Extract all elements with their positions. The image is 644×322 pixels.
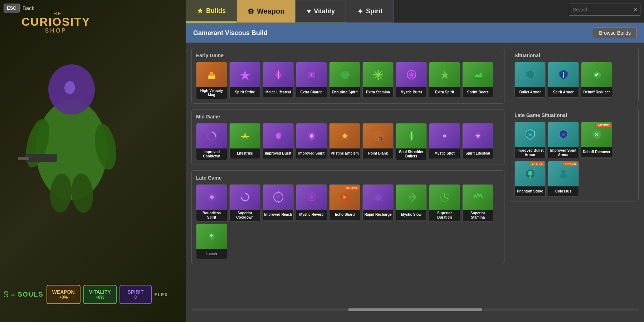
item-icon (330, 123, 360, 148)
item-card[interactable]: Leech (196, 224, 227, 259)
souls-display: $ ∞ SOULS (4, 289, 44, 299)
item-label: Debuff Remover (581, 147, 612, 157)
main-panel: ★ Builds ⚙ Weapon ♥ Vitality ✦ Spirit ✕ … (186, 0, 644, 322)
item-icon (363, 62, 393, 87)
item-card[interactable]: Superior Duration (429, 184, 460, 221)
late-situational-section: Late Game Situational Improved Bullet Ar… (510, 108, 639, 201)
item-icon (581, 62, 612, 87)
svg-rect-6 (18, 157, 29, 160)
item-card[interactable]: Improved Cooldown (196, 123, 227, 160)
item-label: Extra Spirit (429, 87, 460, 97)
item-label: Echo Shard (330, 210, 360, 220)
item-card[interactable]: Improved Spirit (296, 123, 327, 160)
item-card[interactable]: Pristine Emblem (329, 123, 360, 160)
svg-rect-55 (560, 175, 562, 177)
item-icon (515, 62, 545, 87)
item-card[interactable]: Spirit Strike (229, 62, 260, 99)
active-badge: ACTIVE (345, 186, 359, 190)
item-card[interactable]: ACTIVEDebuff Remover (581, 122, 612, 159)
item-card[interactable]: ACTIVEPhantom Strike (514, 161, 546, 197)
item-label: Colossus (548, 186, 579, 196)
late-situational-title: Late Game Situational (514, 112, 634, 118)
builds-icon: ★ (197, 6, 203, 15)
svg-point-24 (310, 134, 313, 138)
infinity-icon: ∞ (10, 291, 15, 299)
item-card[interactable]: Rapid Recharge (362, 184, 394, 221)
item-icon (196, 123, 227, 148)
item-icon: ACTIVE (581, 122, 612, 147)
tab-weapon[interactable]: ⚙ Weapon (237, 0, 296, 23)
item-icon: 🔍 (363, 123, 393, 148)
svg-point-53 (561, 170, 566, 174)
item-icon: ACTIVE (330, 185, 360, 210)
item-card[interactable]: Mystic Shot (429, 123, 460, 160)
item-card[interactable]: Improved Reach (263, 184, 294, 221)
item-card[interactable]: 🔍Point Blank (362, 123, 394, 160)
item-icon (429, 62, 460, 87)
item-icon: ACTIVE (515, 161, 545, 186)
item-card[interactable]: Extra Spirit (429, 62, 460, 99)
item-card[interactable]: Soul Shredder Bullets (396, 123, 427, 160)
spirit-stat-button[interactable]: SPIRIT 0 (119, 285, 152, 304)
item-card[interactable]: Spirit Armor (548, 62, 579, 98)
spirit-tab-label: Spirit (366, 8, 382, 15)
item-card[interactable]: Superior Cooldown (229, 184, 260, 221)
item-card[interactable]: Improved Burst (263, 123, 294, 160)
character-area (7, 43, 179, 222)
tab-vitality[interactable]: ♥ Vitality (296, 0, 346, 23)
item-label: Enduring Spirit (330, 87, 360, 97)
item-icon (230, 185, 260, 210)
early-game-title: Early Game (196, 53, 500, 58)
svg-point-29 (377, 135, 379, 137)
build-body: Early Game High-Velocity MagSpirit Strik… (186, 43, 644, 308)
vitality-stat-button[interactable]: VITALITY +0% (83, 285, 117, 304)
tab-builds[interactable]: ★ Builds (186, 0, 237, 23)
item-card[interactable]: Extra Stamina (362, 62, 394, 99)
item-card[interactable]: Mystic Reverb (296, 184, 327, 221)
item-label: Pristine Emblem (330, 148, 360, 158)
item-card[interactable]: Improved Spirit Armor (548, 122, 579, 159)
item-icon (330, 62, 360, 87)
item-icon (463, 123, 493, 148)
close-icon[interactable]: ✕ (633, 7, 638, 13)
item-label: Improved Reach (263, 210, 293, 220)
item-card[interactable]: Lifestrike (229, 123, 260, 160)
esc-button[interactable]: ESC (4, 4, 20, 13)
item-card[interactable]: Mystic Slow (396, 184, 427, 221)
svg-point-2 (64, 81, 75, 94)
item-card[interactable]: Debuff Reducer (581, 62, 612, 98)
flex-label: FLEX (155, 292, 168, 297)
stats-bar: $ ∞ SOULS WEAPON +0% VITALITY +0% SPIRIT… (4, 285, 168, 304)
item-icon (263, 62, 293, 87)
item-card[interactable]: Sprint Boots (462, 62, 493, 99)
item-icon (196, 224, 227, 249)
item-card[interactable]: +Extra Charge (296, 62, 327, 99)
search-input[interactable] (569, 4, 640, 16)
situational-title: Situational (514, 53, 634, 58)
item-card[interactable]: Spirit Lifesteal (462, 123, 493, 160)
item-card[interactable]: Enduring Spirit (329, 62, 360, 99)
item-card[interactable]: Boundless Spirit (196, 184, 227, 221)
item-card[interactable]: Melee Lifesteal (263, 62, 294, 99)
tab-spirit[interactable]: ✦ Spirit (346, 0, 394, 23)
item-card[interactable]: Mystic Burst (396, 62, 427, 99)
item-card[interactable]: Superior Stamina (462, 184, 493, 221)
browse-builds-button[interactable]: Browse Builds (593, 28, 637, 38)
item-label: Superior Cooldown (230, 210, 260, 221)
item-card[interactable]: ACTIVEEcho Shard (329, 184, 360, 221)
item-label: Extra Charge (296, 87, 327, 97)
item-card[interactable]: Improved Bullet Armor (514, 122, 546, 159)
weapon-stat-button[interactable]: WEAPON +0% (47, 285, 80, 304)
item-card[interactable]: ACTIVEColossus (548, 161, 579, 197)
item-card[interactable]: Bullet Armor (514, 62, 546, 98)
svg-point-33 (443, 135, 446, 137)
svg-rect-5 (25, 154, 57, 162)
scroll-bar[interactable] (191, 308, 639, 311)
scroll-thumb (348, 308, 482, 311)
svg-text:+: + (310, 72, 313, 78)
item-icon (548, 122, 579, 147)
svg-rect-56 (565, 175, 567, 177)
item-card[interactable]: High-Velocity Mag (196, 62, 227, 99)
item-label: Spirit Armor (548, 87, 579, 97)
item-label: Spirit Strike (230, 87, 260, 97)
